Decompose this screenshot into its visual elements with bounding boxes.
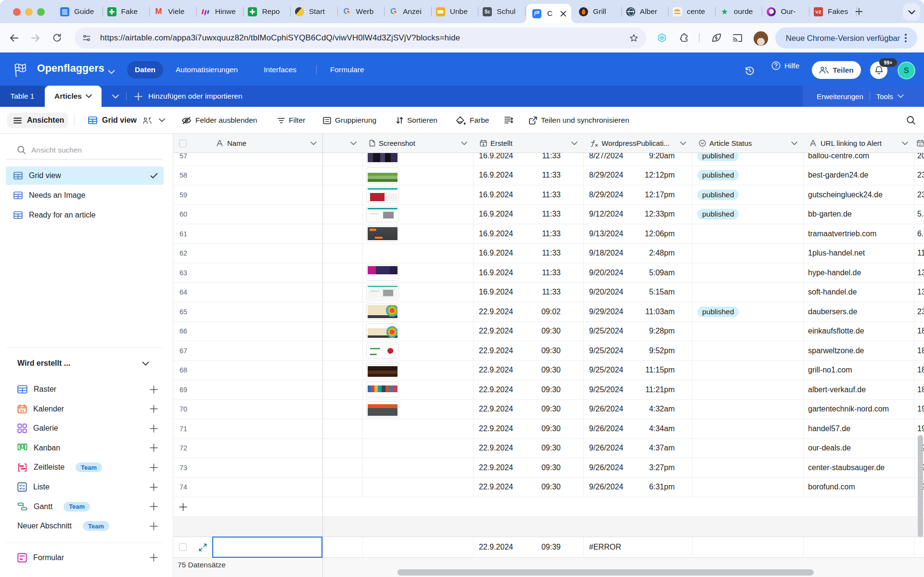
plus-icon[interactable] [150,424,158,433]
table-row[interactable]: 73 22.9.202409:30 9/26/20243:27pm center… [173,458,924,478]
create-view-zeitleiste[interactable]: ZeitleisteTeam [17,458,158,477]
table-row[interactable]: 65 22.9.202409:02 9/29/202411:03am publi… [173,302,924,322]
browser-profile-avatar[interactable] [754,31,768,46]
color-button[interactable]: Farbe [456,113,489,128]
browser-tab[interactable]: Start [291,0,338,23]
sidebar-view-needs-image[interactable]: Needs an Image [6,186,164,205]
table-row[interactable]: 66 22.9.202409:30 9/25/20249:28pm einkau… [173,322,924,342]
table-row[interactable]: 64 16.9.202411:33 9/20/20245:15am soft-h… [173,283,924,303]
extensions-puzzle-icon[interactable] [679,32,689,43]
add-record-row[interactable] [173,497,924,517]
filter-button[interactable]: Filter [278,113,305,128]
add-or-import-button[interactable]: Hinzufügen oder importieren [134,86,243,107]
row-height-icon[interactable] [504,116,513,124]
screenshot-thumbnail[interactable] [367,285,398,300]
plus-icon[interactable] [150,444,158,452]
bookmark-star-icon[interactable] [629,33,639,43]
browser-tab[interactable]: Fake [103,0,150,23]
screenshot-thumbnail[interactable] [367,207,398,222]
chevron-down-icon[interactable] [310,141,317,145]
openflaggers-flag-logo[interactable] [14,63,26,77]
minimize-window-button[interactable] [25,8,33,16]
table-row[interactable]: 70 22.9.202409:30 9/26/20244:32am garten… [173,400,924,420]
browser-tab-active[interactable]: C [526,4,571,23]
table-chevron-icon[interactable] [86,94,92,98]
user-avatar[interactable]: S [898,62,915,79]
extension-hexagon-icon[interactable] [657,33,667,43]
browser-tab[interactable]: Grill [575,0,622,23]
column-header-wordpress[interactable]: WordpressPublicati... [583,134,692,153]
nav-interfaces[interactable]: Interfaces [264,61,296,78]
chevron-down-icon[interactable] [461,141,467,145]
all-tables-chevron[interactable] [107,90,124,103]
chevron-down-icon[interactable] [902,141,908,145]
group-button[interactable]: Gruppierung [323,113,376,128]
chevron-down-icon[interactable] [680,141,686,145]
plus-icon[interactable] [150,502,158,511]
browser-tab[interactable]: Schul [478,0,526,23]
nav-daten[interactable]: Daten [127,61,163,78]
create-view-liste[interactable]: Liste [17,477,158,497]
column-header-unnamed[interactable] [322,134,362,153]
screenshot-thumbnail[interactable] [367,168,398,183]
kebab-menu-icon[interactable] [905,34,907,42]
table-row[interactable]: 58 16.9.202411:33 8/29/202412:12pm publi… [173,166,924,186]
back-icon[interactable] [9,33,19,43]
selected-cell[interactable] [212,537,322,558]
nav-formulare[interactable]: Formulare [330,61,364,78]
help-button[interactable]: Hilfe [771,61,799,70]
vertical-scrollbar[interactable] [918,435,923,537]
select-all-checkbox[interactable] [179,140,187,147]
new-record-pinned-row[interactable]: 22.9.202409:39 #ERROR [173,537,924,557]
browser-tab[interactable]: cente [668,0,716,23]
table-row[interactable]: 62 16.9.202411:33 9/18/20242:48pm 1plus-… [173,244,924,264]
energy-leaf-icon[interactable] [711,32,722,43]
create-view-galerie[interactable]: Galerie [17,419,158,438]
table-row[interactable]: 63 16.9.202411:33 9/20/20245:09am hype-h… [173,263,924,283]
nav-automatisierungen[interactable]: Automatisierungen [176,61,238,78]
create-view-neuer-abschnitt[interactable]: Neuer AbschnittTeam [17,516,158,536]
browser-tab[interactable]: Werb [338,0,385,23]
sidebar-view-ready-article[interactable]: Ready for an article [6,206,164,224]
column-header-date[interactable]: 31 [914,134,924,153]
column-header-screenshot[interactable]: Screenshot [362,134,473,153]
plus-icon[interactable] [150,522,158,530]
browser-tab[interactable]: Fakes [809,0,857,23]
browser-tab[interactable]: Hinwe [197,0,244,23]
workspace-chevron-icon[interactable] [108,70,115,74]
site-settings-icon[interactable] [82,33,91,43]
table-row[interactable]: 72 22.9.202409:30 9/26/20244:37am our-de… [173,439,924,459]
browser-tab[interactable]: Guide [56,0,103,23]
share-sync-button[interactable]: Teilen und synchronisieren [529,113,629,128]
chevron-down-icon[interactable] [350,141,357,145]
table-row[interactable]: 67 22.9.202409:30 9/25/20249:52pm sparwe… [173,341,924,361]
horizontal-scrollbar[interactable] [398,569,814,576]
plus-icon[interactable] [150,385,158,394]
create-view-kanban[interactable]: Kanban [17,438,158,458]
browser-tab[interactable]: Alber [622,0,669,23]
table-row[interactable]: 71 22.9.202409:30 9/26/20244:34am handel… [173,419,924,439]
search-icon[interactable] [906,115,916,125]
table-row[interactable]: 69 22.9.202409:30 9/25/202411:21pm alber… [173,380,924,400]
column-header-url[interactable]: URL linking to Alert [803,134,914,153]
cast-icon[interactable] [732,33,743,44]
tools-button[interactable]: Tools [876,92,893,101]
create-view-formular[interactable]: Formular [17,548,158,567]
table-row[interactable]: 59 16.9.202411:33 8/29/202412:17pm publi… [173,185,924,205]
share-button[interactable]: Teilen [812,61,861,79]
column-header-name[interactable]: Name [173,134,322,153]
browser-tab[interactable]: ourde [716,0,763,23]
table-row[interactable]: 74 22.9.202409:30 9/26/20246:31pm borofu… [173,478,924,498]
view-switcher[interactable]: Grid view [88,113,165,128]
browser-tab[interactable]: Viele [150,0,197,23]
forward-icon[interactable] [30,33,41,43]
plus-icon[interactable] [150,463,158,472]
view-search-field[interactable]: Ansicht suchen [17,145,82,154]
extensions-button[interactable]: Erweiterungen [817,92,863,101]
close-window-button[interactable] [13,8,21,16]
screenshot-thumbnail[interactable] [367,402,398,417]
screenshot-thumbnail[interactable] [367,265,398,280]
column-header-erstellt[interactable]: Erstellt [473,134,583,153]
chrome-update-button[interactable]: Neue Chrome-Version verfügbar [775,27,917,49]
tab-search-chevron-button[interactable] [903,3,920,21]
